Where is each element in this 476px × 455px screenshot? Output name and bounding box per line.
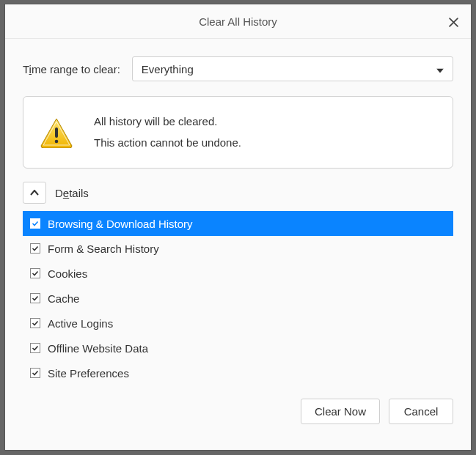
chevron-down-icon [436, 63, 444, 75]
checkbox[interactable] [30, 293, 40, 303]
time-range-label: Time range to clear: [23, 63, 120, 75]
list-item-label: Cache [48, 292, 79, 305]
warning-line-1: All history will be cleared. [94, 111, 241, 133]
details-label: Details [55, 187, 89, 199]
checkbox[interactable] [30, 243, 40, 254]
details-header: Details [23, 182, 453, 204]
list-item-label: Site Preferences [48, 367, 129, 380]
checkbox[interactable] [30, 268, 40, 278]
list-item-label: Form & Search History [48, 243, 159, 255]
list-item-label: Cookies [48, 267, 87, 280]
list-item[interactable]: Active Logins [23, 311, 453, 336]
list-item[interactable]: Cookies [23, 261, 453, 286]
list-item-label: Browsing & Download History [48, 218, 193, 230]
details-list: Browsing & Download HistoryForm & Search… [23, 211, 453, 385]
list-item[interactable]: Site Preferences [23, 360, 453, 385]
list-item[interactable]: Browsing & Download History [23, 211, 453, 236]
dialog-title: Clear All History [199, 15, 277, 28]
clear-history-dialog: Clear All History Time range to clear: E… [5, 4, 471, 450]
checkbox[interactable] [30, 368, 40, 378]
time-range-value: Everything [142, 63, 194, 75]
checkbox[interactable] [30, 218, 40, 229]
list-item[interactable]: Cache [23, 286, 453, 311]
checkbox[interactable] [30, 318, 40, 328]
details-toggle[interactable] [23, 182, 46, 204]
svg-point-1 [55, 139, 59, 143]
list-item[interactable]: Form & Search History [23, 236, 453, 261]
checkbox[interactable] [30, 343, 40, 353]
time-range-row: Time range to clear: Everything [23, 56, 453, 81]
warning-icon [40, 117, 73, 148]
dialog-content: Time range to clear: Everything [5, 39, 471, 450]
clear-now-button[interactable]: Clear Now [301, 399, 380, 424]
list-item-label: Active Logins [48, 317, 113, 330]
dialog-footer: Clear Now Cancel [23, 399, 453, 424]
svg-rect-0 [55, 127, 58, 138]
titlebar: Clear All History [5, 4, 471, 39]
list-item[interactable]: Offline Website Data [23, 336, 453, 360]
warning-line-2: This action cannot be undone. [94, 133, 241, 154]
warning-text: All history will be cleared. This action… [94, 111, 241, 153]
chevron-up-icon [30, 190, 39, 196]
cancel-button[interactable]: Cancel [389, 399, 453, 424]
close-icon[interactable] [446, 15, 461, 29]
list-item-label: Offline Website Data [48, 342, 148, 355]
time-range-select[interactable]: Everything [132, 56, 453, 81]
warning-box: All history will be cleared. This action… [23, 96, 453, 169]
